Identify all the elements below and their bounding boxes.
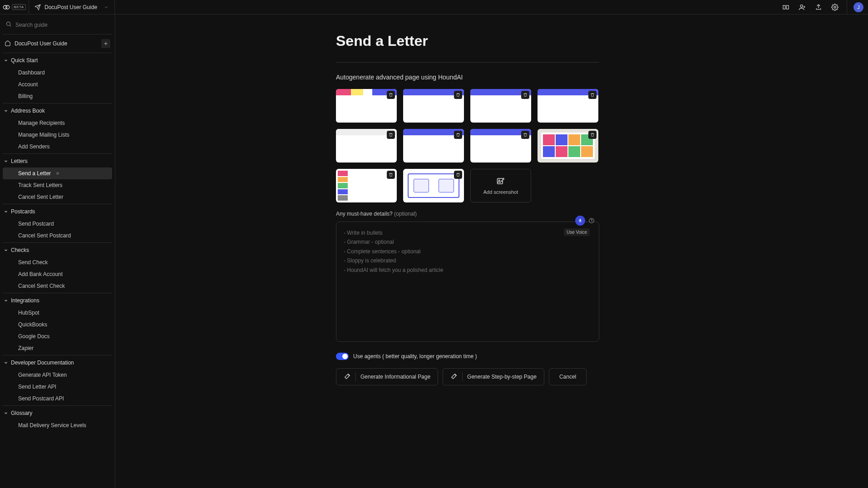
- sidebar-section-developer-docs[interactable]: Developer Documentation: [3, 356, 112, 369]
- use-agents-label: Use agents ( better quality, longer gene…: [353, 353, 477, 360]
- add-screenshot-button[interactable]: Add screenshot: [470, 169, 531, 202]
- tree-developer-docs: Generate API Token Send Letter API Send …: [3, 369, 112, 404]
- delete-screenshot-button[interactable]: [521, 91, 529, 99]
- share-button[interactable]: [811, 0, 826, 15]
- help-button[interactable]: [588, 217, 595, 224]
- home-icon: [5, 40, 11, 48]
- delete-screenshot-button[interactable]: [454, 91, 462, 99]
- tree-item-track-sent-letters[interactable]: Track Sent Letters: [3, 179, 112, 191]
- topbar-separator: [847, 0, 847, 15]
- sidebar-home-row[interactable]: DocuPost User Guide: [3, 35, 112, 52]
- divider: [3, 153, 112, 154]
- tree-item-manage-mailing-lists[interactable]: Manage Mailing Lists: [3, 129, 112, 141]
- generate-step-by-step-button[interactable]: Generate Step-by-step Page: [443, 368, 544, 385]
- autogenerate-section-title: Autogenerate advanced page using HoundAI: [336, 74, 599, 81]
- screenshot-thumb[interactable]: [538, 89, 598, 123]
- thumb-sidebar-icon: [338, 171, 348, 201]
- tree-integrations: HubSpot QuickBooks Google Docs Zapier: [3, 307, 112, 354]
- screenshot-thumb[interactable]: [336, 129, 397, 163]
- sidebar-section-postcards[interactable]: Postcards: [3, 205, 112, 218]
- screenshot-thumb[interactable]: [403, 169, 464, 202]
- tree-item-send-postcard-api[interactable]: Send Postcard API: [3, 393, 112, 404]
- search-input[interactable]: [15, 22, 109, 28]
- details-textarea[interactable]: [336, 222, 599, 340]
- tree-item-cancel-sent-check[interactable]: Cancel Sent Check: [3, 280, 112, 292]
- delete-screenshot-button[interactable]: [387, 131, 395, 139]
- svg-rect-3: [786, 5, 789, 9]
- app-logo-box[interactable]: BETA: [0, 0, 29, 14]
- divider: [3, 405, 112, 406]
- divider: [3, 53, 112, 53]
- page-title: Send a Letter: [336, 33, 599, 49]
- sidebar: DocuPost User Guide Quick Start Dashboar…: [0, 15, 115, 488]
- tree-item-google-docs[interactable]: Google Docs: [3, 330, 112, 342]
- delete-screenshot-button[interactable]: [387, 171, 395, 179]
- delete-screenshot-button[interactable]: [387, 91, 395, 99]
- sidebar-add-button[interactable]: [101, 39, 110, 48]
- screenshot-thumb[interactable]: [470, 129, 531, 163]
- generate-informational-button[interactable]: Generate Informational Page: [336, 368, 438, 385]
- title-divider: [336, 62, 599, 63]
- section-label: Developer Documentation: [11, 360, 74, 366]
- screenshot-thumb[interactable]: [403, 129, 464, 163]
- delete-screenshot-button[interactable]: [454, 171, 462, 179]
- delete-screenshot-button[interactable]: [454, 131, 462, 139]
- tree-item-cancel-sent-postcard[interactable]: Cancel Sent Postcard: [3, 230, 112, 242]
- screenshot-thumb[interactable]: [403, 89, 464, 123]
- tree-item-send-check[interactable]: Send Check: [3, 256, 112, 268]
- divider: [3, 103, 112, 104]
- tree-item-mail-delivery-service-levels[interactable]: Mail Delivery Service Levels: [3, 419, 112, 431]
- tree-item-send-letter-api[interactable]: Send Letter API: [3, 381, 112, 393]
- screenshot-thumb[interactable]: [336, 89, 397, 123]
- details-field-label: Any must-have details? (optional): [336, 211, 599, 217]
- app-logo-icon: [3, 4, 10, 11]
- tree-letters: Send a Letter Track Sent Letters Cancel …: [3, 168, 112, 203]
- tree-item-account[interactable]: Account: [3, 79, 112, 90]
- sidebar-section-checks[interactable]: Checks: [3, 244, 112, 256]
- topbar-right: J: [779, 0, 868, 14]
- section-label: Postcards: [11, 208, 35, 215]
- tree-item-dashboard[interactable]: Dashboard: [3, 67, 112, 79]
- screenshot-thumb[interactable]: [336, 169, 397, 202]
- section-label: Quick Start: [11, 57, 38, 64]
- user-avatar[interactable]: J: [853, 2, 863, 12]
- cancel-button[interactable]: Cancel: [549, 368, 587, 385]
- tree-item-add-bank-account[interactable]: Add Bank Account: [3, 268, 112, 280]
- add-image-icon: [496, 177, 505, 187]
- textarea-toolbar: [575, 216, 595, 226]
- tree-item-send-postcard[interactable]: Send Postcard: [3, 218, 112, 230]
- settings-button[interactable]: [828, 0, 842, 15]
- tree-item-generate-api-token[interactable]: Generate API Token: [3, 369, 112, 381]
- sidebar-section-glossary[interactable]: Glossary: [3, 407, 112, 419]
- sidebar-search[interactable]: [3, 17, 112, 33]
- screenshot-thumb[interactable]: [470, 89, 531, 123]
- sidebar-section-quick-start[interactable]: Quick Start: [3, 54, 112, 67]
- delete-screenshot-button[interactable]: [588, 131, 597, 139]
- delete-screenshot-button[interactable]: [521, 131, 529, 139]
- screenshot-thumb[interactable]: [538, 129, 598, 163]
- tree-item-send-a-letter[interactable]: Send a Letter: [3, 168, 112, 179]
- tree-item-hubspot[interactable]: HubSpot: [3, 307, 112, 319]
- chevron-down-icon: [104, 5, 109, 10]
- tree-item-cancel-sent-letter[interactable]: Cancel Sent Letter: [3, 191, 112, 203]
- divider: [3, 204, 112, 204]
- tree-item-add-senders[interactable]: Add Senders: [3, 141, 112, 153]
- voice-input-button[interactable]: [575, 216, 585, 226]
- use-voice-badge: Use Voice: [564, 228, 590, 236]
- sidebar-section-integrations[interactable]: Integrations: [3, 294, 112, 307]
- tree-item-quickbooks[interactable]: QuickBooks: [3, 319, 112, 330]
- tab-current-guide[interactable]: DocuPost User Guide: [29, 0, 115, 14]
- library-button[interactable]: [779, 0, 793, 15]
- paper-plane-icon: [35, 4, 41, 10]
- sidebar-section-letters[interactable]: Letters: [3, 155, 112, 168]
- tree-item-zapier[interactable]: Zapier: [3, 342, 112, 354]
- delete-screenshot-button[interactable]: [588, 91, 597, 99]
- invite-user-button[interactable]: [795, 0, 809, 15]
- tree-item-billing[interactable]: Billing: [3, 90, 112, 102]
- button-label: Cancel: [559, 374, 576, 380]
- sidebar-home-label: DocuPost User Guide: [15, 40, 67, 47]
- use-agents-toggle[interactable]: [336, 353, 349, 360]
- sidebar-section-address-book[interactable]: Address Book: [3, 104, 112, 117]
- divider: [3, 34, 112, 35]
- tree-item-manage-recipients[interactable]: Manage Recipients: [3, 117, 112, 129]
